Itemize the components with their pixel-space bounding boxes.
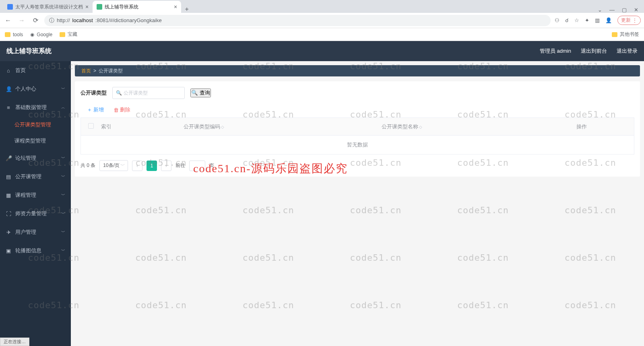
search-input[interactable]: 🔍 公开课类型 [112, 87, 185, 99]
browser-toolbar: ← → ⟳ ⓘ http://localhost:8081/#/dictiona… [0, 13, 644, 28]
mic-icon: 🎤 [6, 155, 11, 161]
chevron-up-icon: ︿ [61, 105, 65, 110]
action-row: ＋新增 🗑删除 [80, 106, 634, 113]
book-icon: ▤ [6, 174, 11, 180]
select-all-checkbox[interactable] [88, 123, 94, 129]
minimize-icon[interactable]: — [609, 7, 615, 13]
chevron-down-icon: ﹀ [61, 86, 65, 92]
breadcrumb-home[interactable]: 首页 [81, 68, 91, 74]
bookmark-treasure[interactable]: 宝藏 [60, 31, 77, 38]
page-size-select[interactable]: 10条/页﹀ [99, 160, 128, 171]
delete-button[interactable]: 🗑删除 [114, 106, 130, 113]
app-title: 线上辅导班系统 [6, 47, 52, 56]
sidebar-sub-coursetype[interactable]: 课程类型管理 [0, 133, 71, 149]
breadcrumb-sep: > [93, 68, 96, 74]
info-icon: ⓘ [49, 17, 54, 24]
sort-icon: ◇ [221, 125, 224, 129]
admin-label[interactable]: 管理员 admin [540, 47, 571, 55]
new-tab-button[interactable]: + [181, 6, 192, 13]
back-button[interactable]: ← [3, 17, 13, 24]
tab-title: 线上辅导班系统 [105, 4, 138, 10]
reading-list-icon[interactable]: ▥ [595, 17, 600, 23]
bookmark-other[interactable]: 其他书签 [612, 31, 639, 38]
col-index: 索引 [101, 123, 133, 130]
search-icon: 🔍 [191, 90, 198, 96]
sidebar-item-course[interactable]: ▦课程管理﹀ [0, 186, 71, 204]
sidebar-item-carousel[interactable]: ▣轮播图信息﹀ [0, 241, 71, 260]
user-icon: 👤 [6, 86, 11, 92]
sidebar-item-teacher[interactable]: ⛶师资力量管理﹀ [0, 204, 71, 223]
update-button[interactable]: 更新⋮ [617, 16, 641, 25]
home-icon: ⌂ [6, 68, 11, 74]
chevron-down-icon: ﹀ [61, 248, 65, 253]
sidebar-item-personal[interactable]: 👤个人中心﹀ [0, 80, 71, 98]
goto-page-input[interactable] [189, 161, 205, 171]
sidebar-item-user[interactable]: ✈用户管理﹀ [0, 223, 71, 241]
col-name[interactable]: 公开课类型名称◇ [275, 123, 529, 130]
sidebar: ⌂首页 👤个人中心﹀ ≡基础数据管理︿ 公开课类型管理 课程类型管理 🎤论坛管理… [0, 61, 71, 346]
page-1-button[interactable]: 1 [147, 161, 157, 171]
image-icon: ▣ [6, 248, 11, 254]
add-button[interactable]: ＋新增 [87, 106, 104, 113]
globe-icon: ◉ [30, 32, 34, 37]
breadcrumb: 首页 > 公开课类型 [75, 65, 640, 76]
search-placeholder: 公开课类型 [124, 90, 148, 97]
chevron-down-icon: ﹀ [61, 155, 65, 161]
browser-tab-1[interactable]: 线上辅导班系统 × [93, 1, 181, 13]
bookmark-google[interactable]: ◉Google [30, 32, 52, 37]
goto-label: 前往 [175, 162, 185, 169]
maximize-icon[interactable]: ▢ [622, 7, 627, 13]
search-row: 公开课类型 🔍 公开课类型 🔍 查询 [80, 87, 634, 99]
sidebar-item-basedata[interactable]: ≡基础数据管理︿ [0, 98, 71, 117]
sidebar-sub-gkktype[interactable]: 公开课类型管理 [0, 117, 71, 133]
sidebar-item-opencourse[interactable]: ▤公开课管理﹀ [0, 167, 71, 186]
favicon-icon [7, 4, 13, 10]
database-icon: ≡ [6, 105, 11, 111]
bookmark-tools[interactable]: tools [5, 32, 23, 37]
forward-button[interactable]: → [17, 17, 27, 24]
close-window-icon[interactable]: ✕ [634, 7, 638, 13]
profile-icon[interactable]: 👤 [605, 17, 612, 23]
goto-front[interactable]: 退出到前台 [581, 47, 607, 55]
address-bar[interactable]: ⓘ http://localhost:8081/#/dictionaryGong… [44, 15, 551, 26]
reload-button[interactable]: ⟳ [31, 16, 40, 24]
star-icon[interactable]: ☆ [574, 17, 579, 23]
url-rest: :8081/#/dictionaryGongkaike [95, 17, 162, 23]
search-label: 公开课类型 [80, 89, 107, 97]
total-text: 共 0 条 [80, 162, 95, 169]
url-prefix: http:// [57, 17, 70, 23]
extensions-icon[interactable]: ✦ [585, 17, 589, 23]
sidebar-item-home[interactable]: ⌂首页 [0, 61, 71, 80]
breadcrumb-current: 公开课类型 [99, 68, 123, 74]
chevron-down-icon: ﹀ [61, 229, 65, 235]
dropdown-icon[interactable]: ⌄ [598, 7, 602, 13]
chevron-down-icon: ﹀ [120, 162, 125, 169]
sort-icon: ◇ [419, 125, 422, 129]
logout[interactable]: 退出登录 [617, 47, 638, 55]
next-page-button[interactable]: › [161, 161, 171, 171]
browser-tab-0[interactable]: 太平人寿签章系统详细设计文档 × [3, 1, 93, 13]
bookmarks-bar: tools ◉Google 宝藏 其他书签 [0, 28, 644, 41]
share-icon[interactable]: ☌ [565, 17, 569, 23]
prev-page-button[interactable]: ‹ [132, 161, 142, 171]
col-code[interactable]: 公开课类型编码◇ [133, 123, 275, 130]
translate-icon[interactable]: ⚇ [555, 17, 559, 23]
app-header: 线上辅导班系统 管理员 admin 退出到前台 退出登录 [0, 41, 644, 61]
status-bar: 正在连接… [0, 338, 29, 346]
sidebar-item-forum[interactable]: 🎤论坛管理﹀ [0, 149, 71, 167]
folder-icon [612, 32, 617, 37]
close-icon[interactable]: × [85, 4, 89, 10]
expand-icon: ⛶ [6, 211, 11, 217]
pagination: 共 0 条 10条/页﹀ ‹ 1 › 前往 页 [80, 160, 634, 171]
tab-title: 太平人寿签章系统详细设计文档 [15, 4, 83, 10]
page-suffix: 页 [209, 162, 214, 169]
chevron-down-icon: ﹀ [61, 192, 65, 198]
col-operation: 操作 [529, 123, 634, 130]
main-content: 首页 > 公开课类型 公开课类型 🔍 公开课类型 🔍 查询 ＋新增 🗑删除 [71, 61, 644, 346]
favicon-icon [97, 4, 102, 10]
table-header: 索引 公开课类型编码◇ 公开课类型名称◇ 操作 [81, 118, 634, 136]
query-button[interactable]: 🔍 查询 [190, 89, 211, 97]
send-icon: ✈ [6, 229, 11, 235]
empty-text: 暂无数据 [81, 136, 634, 154]
close-icon[interactable]: × [174, 4, 177, 10]
